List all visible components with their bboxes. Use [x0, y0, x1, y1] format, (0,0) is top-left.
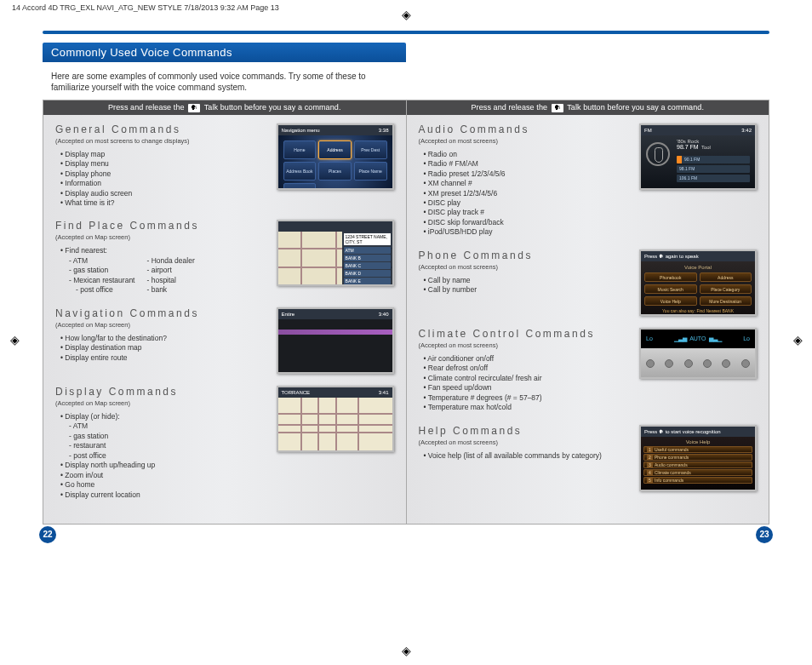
registration-mark-icon: ◈: [7, 332, 22, 347]
intro-text: Here are some examples of commonly used …: [51, 71, 375, 93]
two-page-spread: Press and release the 🗣 Talk button befo…: [43, 100, 769, 525]
help-sub: (Accepted on most screens): [419, 439, 632, 446]
help-block: Help Commands (Accepted on most screens)…: [407, 425, 769, 491]
find-list: • Find nearest: - ATM - gas station - Me…: [55, 246, 268, 295]
registration-mark-icon: ◈: [398, 643, 414, 658]
talk-icon: 🗣: [552, 104, 563, 112]
display-list: • Display (or hide): - ATM - gas station…: [55, 412, 268, 500]
phone-sub: (Accepted on most screens): [419, 263, 632, 271]
phone-thumbnail: Press 🗣 again to speak Voice Portal Phon…: [639, 249, 757, 316]
talk-instruction: Press and release the 🗣 Talk button befo…: [407, 100, 769, 115]
top-rule: [43, 31, 769, 34]
nav-list: • How long/far to the destination? • Dis…: [55, 334, 268, 363]
talk-pre: Press and release the: [108, 103, 185, 112]
talk-post: Talk button before you say a command.: [567, 103, 704, 112]
nav-thumbnail: Entire3:40: [277, 307, 394, 374]
talk-pre: Press and release the: [471, 103, 547, 112]
nav-sub: (Accepted on Map screen): [55, 321, 268, 329]
display-block: Display Commands (Accepted on Map screen…: [43, 386, 406, 500]
display-sub: (Accepted on Map screen): [55, 399, 268, 407]
phone-list: • Call by name • Call by number: [419, 276, 632, 295]
climate-list: • Air conditioner on/off • Rear defrost …: [419, 354, 632, 413]
audio-sub: (Accepted on most screens): [419, 137, 632, 145]
page-number-right: 23: [756, 526, 773, 543]
climate-thumbnail: Lo ▁▃▅ AUTO ▅▃▁ Lo: [639, 328, 757, 379]
general-thumbnail: Navigation menu3:38 Home Address Prev De…: [277, 123, 394, 190]
navigation-block: Navigation Commands (Accepted on Map scr…: [43, 307, 406, 374]
general-title: General Commands: [55, 123, 268, 135]
talk-instruction: Press and release the 🗣 Talk button befo…: [43, 100, 406, 115]
nav-title: Navigation Commands: [55, 307, 268, 319]
help-list: • Voice help (list of all available comm…: [419, 451, 632, 461]
help-title: Help Commands: [419, 425, 632, 437]
page-content: Commonly Used Voice Commands Here are so…: [43, 26, 769, 631]
climate-sub: (Accepted on most screens): [419, 341, 632, 349]
find-place-block: Find Place Commands (Accepted on Map scr…: [43, 220, 406, 295]
page-right: Press and release the 🗣 Talk button befo…: [406, 100, 770, 525]
find-thumbnail: 1234 STREET NAME, CITY, ST ATM BANK B BA…: [277, 220, 394, 286]
find-sub: (Accepted on Map screen): [55, 233, 268, 241]
audio-block: Audio Commands (Accepted on most screens…: [407, 123, 769, 238]
phone-title: Phone Commands: [419, 249, 632, 261]
display-thumbnail: TORRANCE3:41: [277, 386, 394, 452]
registration-mark-icon: ◈: [398, 7, 414, 22]
general-list: • Display map • Display menu • Display p…: [55, 150, 268, 209]
audio-list: • Radio on • Radio # FM/AM • Radio prese…: [419, 150, 632, 238]
phone-block: Phone Commands (Accepted on most screens…: [407, 249, 769, 316]
pdf-header: 14 Accord 4D TRG_EXL NAVI_ATG_NEW STYLE …: [12, 3, 279, 12]
registration-mark-icon: ◈: [790, 332, 805, 347]
page-number-left: 22: [39, 526, 56, 543]
page-left: Press and release the 🗣 Talk button befo…: [43, 100, 406, 525]
climate-title: Climate Control Commands: [419, 328, 632, 340]
find-title: Find Place Commands: [55, 220, 268, 232]
general-sub: (Accepted on most screens to change disp…: [55, 137, 268, 145]
talk-post: Talk button before you say a command.: [204, 103, 341, 112]
audio-thumbnail: FM3:42 '80s Rock 98.7 FM Tool 90.1 FM 98…: [639, 123, 757, 190]
section-title: Commonly Used Voice Commands: [43, 43, 406, 62]
display-title: Display Commands: [55, 386, 268, 398]
audio-title: Audio Commands: [419, 123, 632, 135]
climate-block: Climate Control Commands (Accepted on mo…: [407, 328, 769, 413]
station-logo-icon: [646, 142, 670, 166]
general-commands-block: General Commands (Accepted on most scree…: [43, 123, 406, 209]
talk-icon: 🗣: [188, 104, 200, 112]
help-thumbnail: Press 🗣 to start voice recognition Voice…: [639, 425, 757, 491]
